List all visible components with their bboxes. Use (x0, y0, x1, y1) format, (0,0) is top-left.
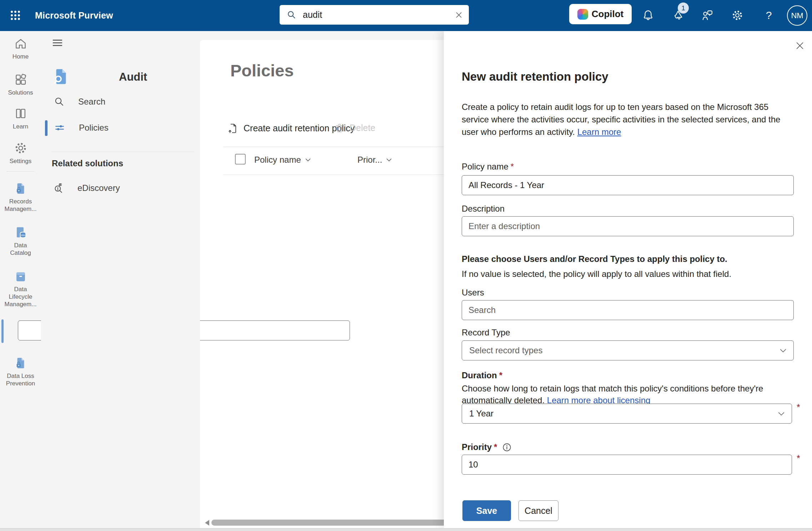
rail-item-solutions[interactable]: Solutions (0, 73, 41, 96)
priority-input[interactable] (462, 455, 792, 475)
search-icon (287, 10, 296, 20)
delete-label: Delete (350, 123, 375, 133)
required-asterisk: * (511, 162, 514, 171)
waffle-menu-button[interactable] (9, 9, 22, 22)
notification-badge: 1 (678, 2, 689, 14)
scope-heading: Please choose Users and/or Record Types … (462, 254, 727, 264)
avatar-initials: NM (791, 11, 803, 20)
feedback-button[interactable] (701, 9, 714, 22)
required-asterisk: * (494, 442, 497, 452)
required-asterisk: * (797, 402, 800, 413)
required-asterisk: * (499, 370, 502, 380)
column-header-priority[interactable]: Prior... (357, 155, 392, 165)
scroll-left-arrow[interactable] (202, 520, 209, 526)
learn-icon (14, 107, 27, 120)
new-document-icon (227, 123, 239, 134)
hamburger-button[interactable] (51, 36, 64, 49)
bell-icon (642, 9, 654, 21)
selected-indicator (45, 120, 47, 136)
close-button[interactable] (793, 39, 807, 53)
records-management-icon (14, 182, 27, 195)
required-asterisk: * (797, 453, 800, 464)
waffle-icon (9, 9, 21, 21)
scope-note: If no value is selected, the policy will… (462, 269, 731, 279)
record-type-select[interactable]: Select record types (462, 340, 794, 360)
notifications-button[interactable] (641, 9, 655, 22)
nav-item-search[interactable]: Search (54, 96, 105, 107)
settings-gear-icon (14, 141, 27, 155)
related-solutions-heading: Related solutions (52, 158, 123, 168)
ediscovery-icon (52, 182, 65, 194)
rail-divider (6, 171, 35, 172)
rail-item-records-management[interactable]: Records Managem... (0, 182, 41, 213)
purview-app: Microsoft Purview Copilot (0, 0, 812, 531)
close-icon (795, 40, 805, 51)
global-search (280, 5, 469, 25)
feedback-icon (701, 9, 714, 22)
copilot-label: Copilot (592, 9, 624, 20)
record-type-label: Record Type (462, 328, 510, 338)
rail-item-data-catalog[interactable]: Data Catalog (0, 226, 41, 257)
rail-item-home[interactable]: Home (0, 37, 41, 60)
priority-label: Priority* (462, 442, 512, 452)
copilot-button[interactable]: Copilot (569, 4, 632, 24)
description-input[interactable] (462, 216, 794, 236)
clear-search-icon[interactable] (454, 10, 464, 20)
save-button[interactable]: Save (462, 500, 511, 521)
copilot-icon (577, 9, 588, 20)
panel-intro: Create a policy to retain audit logs for… (462, 101, 787, 138)
nav-item-ediscovery[interactable]: eDiscovery (52, 182, 120, 194)
info-icon[interactable] (502, 442, 512, 452)
home-icon (14, 37, 27, 50)
details-panel: New audit retention policy Create a poli… (444, 31, 812, 528)
search-icon (54, 96, 65, 107)
hamburger-icon (51, 36, 64, 49)
app-topbar: Microsoft Purview Copilot (0, 0, 812, 31)
data-lifecycle-icon (14, 269, 27, 283)
cancel-button[interactable]: Cancel (518, 500, 558, 521)
duration-select[interactable]: 1 Year (462, 404, 792, 424)
page-title: Policies (230, 61, 294, 80)
policy-name-input[interactable] (462, 175, 794, 195)
delete-button[interactable]: Delete (334, 123, 375, 133)
solutions-icon (14, 73, 27, 86)
chevron-down-icon (780, 349, 786, 353)
global-search-input[interactable] (302, 9, 454, 20)
duration-desc: Choose how long to retain logs that matc… (462, 383, 780, 406)
app-rail: Home Solutions Learn (0, 31, 41, 531)
rail-item-settings[interactable]: Settings (0, 141, 41, 165)
select-all-checkbox[interactable] (235, 154, 246, 165)
horizontal-scrollbar-thumb[interactable] (211, 520, 461, 526)
description-label: Description (462, 204, 505, 214)
gear-icon (731, 9, 743, 21)
rail-item-learn[interactable]: Learn (0, 107, 41, 130)
trash-icon (334, 123, 345, 133)
learn-more-link[interactable]: Learn more (577, 127, 621, 137)
product-title: Microsoft Purview (35, 0, 113, 31)
selected-indicator (1, 319, 4, 343)
account-button[interactable]: NM (787, 5, 807, 26)
policy-name-label: Policy name* (462, 162, 514, 172)
rail-item-data-loss-prevention[interactable]: Data Loss Prevention (0, 356, 41, 387)
dlp-icon (14, 356, 27, 370)
sort-chevron-icon (305, 158, 311, 162)
help-button[interactable]: ? (762, 9, 776, 22)
help-icon: ? (766, 9, 772, 21)
nav-item-policies[interactable]: Policies (54, 122, 109, 133)
column-header-policy-name[interactable]: Policy name (254, 155, 311, 165)
sort-chevron-icon (386, 158, 392, 162)
users-label: Users (462, 288, 484, 298)
settings-button[interactable] (731, 9, 744, 22)
nav-audit-icon-wrap (51, 67, 71, 86)
window-bottom-edge (0, 528, 812, 531)
rail-item-data-lifecycle[interactable]: Data Lifecycle Managem... (0, 269, 41, 308)
chevron-down-icon (778, 412, 785, 416)
nav-title-audit: Audit (119, 71, 147, 84)
panel-title: New audit retention policy (462, 70, 608, 84)
audit-icon (51, 67, 71, 86)
data-catalog-icon (14, 226, 27, 239)
duration-label: Duration* (462, 370, 502, 380)
nav-divider (51, 152, 195, 152)
users-search-input[interactable] (462, 300, 794, 320)
solution-nav-panel: Audit Search Policies Related solutions (41, 31, 200, 531)
